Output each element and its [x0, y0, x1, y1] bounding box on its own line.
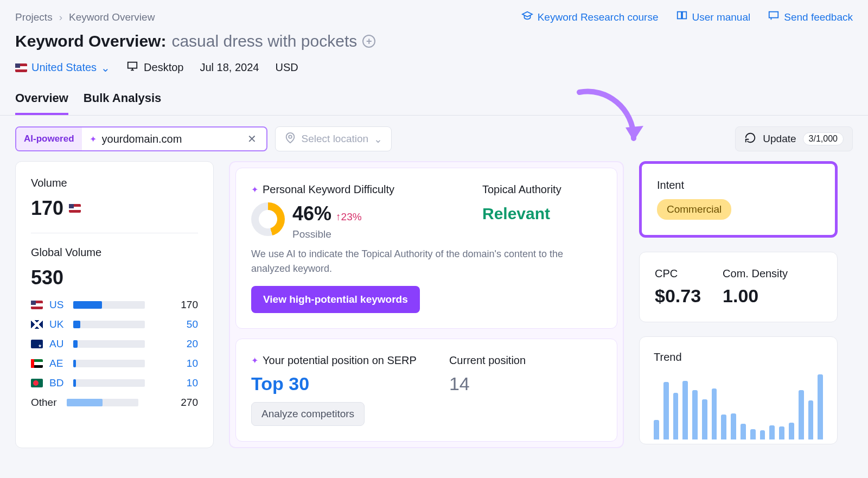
trend-bar	[663, 382, 669, 439]
page-title-row: Keyword Overview: casual dress with pock…	[0, 24, 868, 50]
svg-rect-0	[677, 12, 681, 19]
country-code: AU	[49, 338, 67, 350]
graduation-icon	[521, 10, 533, 24]
tab-bulk-analysis[interactable]: Bulk Analysis	[84, 91, 161, 115]
global-volume-label: Global Volume	[31, 246, 198, 259]
feedback-link-label: Send feedback	[784, 11, 853, 23]
pkd-delta: 23%	[336, 211, 362, 223]
main-grid: Volume 170 Global Volume 530 US 170 UK 5…	[0, 161, 868, 448]
trend-bar	[789, 423, 794, 439]
intent-card: Intent Commercial	[639, 161, 838, 238]
difficulty-donut-icon	[251, 202, 285, 236]
bar-track	[73, 340, 145, 348]
bar-track	[67, 399, 138, 406]
flag-us-icon	[15, 63, 27, 72]
country-other-label: Other	[31, 397, 60, 409]
country-volume: 270	[145, 397, 198, 409]
location-select[interactable]: Select location ⌄	[275, 126, 392, 151]
country-row-bd[interactable]: BD 10	[31, 377, 198, 389]
trend-bar	[654, 420, 659, 439]
country-row-au[interactable]: AU 20	[31, 338, 198, 350]
trend-chart	[654, 374, 823, 439]
location-placeholder: Select location	[302, 133, 369, 145]
svg-rect-2	[769, 12, 778, 18]
trend-bar	[731, 413, 736, 439]
top-links: Keyword Research course User manual Send…	[521, 10, 853, 24]
clear-icon[interactable]: ✕	[243, 132, 261, 145]
tabs-row: Overview Bulk Analysis	[0, 75, 868, 116]
book-icon	[676, 10, 688, 24]
flag-ae-icon	[31, 359, 43, 368]
flag-bd-icon	[31, 379, 43, 387]
serp-label: Your potential position on SERP	[263, 354, 417, 367]
com-density-label: Com. Density	[723, 267, 788, 280]
bar-fill	[73, 360, 76, 367]
serp-value: Top 30	[251, 373, 417, 394]
bar-fill	[73, 321, 80, 328]
bar-fill	[67, 399, 103, 406]
country-row-ae[interactable]: AE 10	[31, 358, 198, 369]
intent-label: Intent	[657, 179, 820, 192]
ai-domain-input-group: AI-powered ✦ ✕	[15, 126, 267, 151]
ai-powered-label: AI-powered	[16, 128, 82, 150]
country-volume: 20	[151, 338, 198, 350]
add-keyword-icon[interactable]: +	[362, 35, 375, 48]
controls-row: AI-powered ✦ ✕ Select location ⌄ Update …	[0, 116, 868, 161]
chevron-right-icon: ›	[59, 11, 62, 23]
country-select[interactable]: United States ⌄	[15, 61, 110, 74]
refresh-icon	[744, 132, 756, 146]
volume-value: 170	[31, 197, 63, 220]
flag-us-icon	[31, 301, 43, 309]
serp-card: ✦ Your potential position on SERP Top 30…	[235, 339, 617, 442]
bar-track	[73, 379, 145, 387]
breadcrumb-current: Keyword Overview	[69, 11, 155, 23]
ai-insights-wrap: ✦ Personal Keyword Difficulty 46% 23% Po…	[229, 161, 624, 448]
bar-fill	[73, 379, 76, 387]
tab-overview[interactable]: Overview	[15, 91, 68, 115]
global-volume-value: 530	[31, 266, 198, 289]
bar-fill	[73, 340, 78, 348]
trend-label: Trend	[654, 351, 823, 364]
device-label: Desktop	[144, 61, 183, 74]
bar-track	[73, 321, 145, 328]
breadcrumb-root[interactable]: Projects	[15, 11, 53, 23]
country-volume: 170	[151, 299, 198, 311]
trend-bar	[702, 399, 707, 439]
country-code: US	[49, 299, 67, 311]
country-row-us[interactable]: US 170	[31, 299, 198, 311]
send-feedback-link[interactable]: Send feedback	[768, 10, 853, 24]
right-column: Intent Commercial CPC $0.73 Com. Density…	[639, 161, 838, 448]
flag-us-icon	[69, 204, 81, 213]
trend-bar	[799, 390, 804, 439]
analyze-competitors-button[interactable]: Analyze competitors	[251, 402, 365, 426]
pkd-label: Personal Keyword Difficulty	[263, 183, 394, 196]
sparkle-icon: ✦	[90, 134, 97, 144]
pin-icon	[284, 132, 296, 146]
country-row-uk[interactable]: UK 50	[31, 318, 198, 330]
date-label: Jul 18, 2024	[200, 61, 259, 74]
keyword-research-course-link[interactable]: Keyword Research course	[521, 10, 659, 24]
user-manual-link[interactable]: User manual	[676, 10, 751, 24]
update-button[interactable]: Update 3/1,000	[735, 126, 853, 151]
com-density-value: 1.00	[723, 285, 788, 307]
domain-input[interactable]	[102, 133, 238, 145]
pkd-card: ✦ Personal Keyword Difficulty 46% 23% Po…	[235, 168, 617, 329]
bar-fill	[73, 301, 102, 309]
svg-rect-1	[682, 12, 686, 19]
volume-label: Volume	[31, 177, 198, 189]
flag-au-icon	[31, 340, 43, 348]
bar-track	[73, 360, 145, 367]
trend-bar	[750, 429, 756, 439]
chevron-down-icon: ⌄	[374, 133, 382, 145]
sparkle-icon: ✦	[251, 184, 258, 195]
cpc-value: $0.73	[655, 285, 701, 307]
sparkle-icon: ✦	[251, 355, 258, 366]
page-keyword: casual dress with pockets	[171, 32, 357, 50]
feedback-icon	[768, 10, 780, 24]
intent-badge: Commercial	[657, 199, 731, 220]
country-row-other[interactable]: Other 270	[31, 397, 198, 409]
trend-bar	[721, 415, 726, 439]
view-high-potential-button[interactable]: View high-potential keywords	[251, 286, 420, 313]
device-select[interactable]: Desktop	[126, 60, 183, 75]
research-link-label: Keyword Research course	[538, 11, 659, 23]
